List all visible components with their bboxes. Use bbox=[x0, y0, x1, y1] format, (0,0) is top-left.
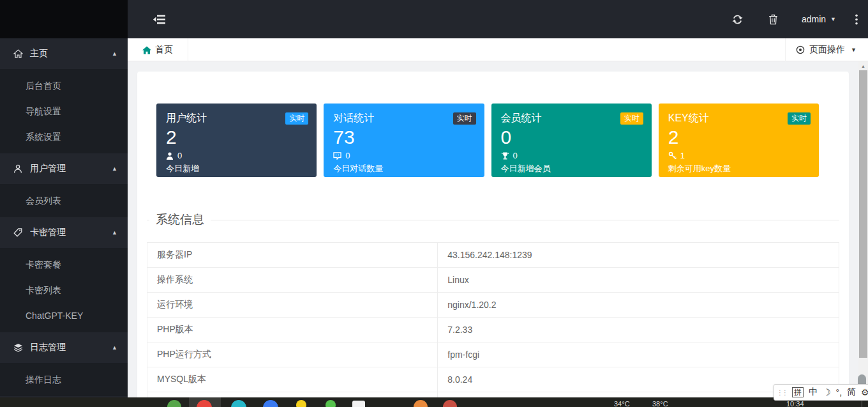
realtime-badge: 实时 bbox=[788, 112, 811, 125]
table-row: 运行环境nginx/1.20.2 bbox=[147, 293, 839, 318]
sidebar-section-logs[interactable]: 日志管理 ▲ bbox=[0, 332, 128, 363]
sidebar-item-system-settings[interactable]: 系统设置 bbox=[0, 124, 128, 150]
caret-up-icon: ▲ bbox=[112, 50, 117, 57]
sidebar-section-users[interactable]: 用户管理 ▲ bbox=[0, 153, 128, 184]
sidebar-section-home[interactable]: 主页 ▲ bbox=[0, 38, 128, 69]
sidebar-item-operation-log[interactable]: 操作日志 bbox=[0, 367, 128, 392]
sidebar-submenu-users: 会员列表 bbox=[0, 184, 128, 217]
content-area: 用户统计 实时 2 0 今日新增 对话统计 实时 73 0 bbox=[128, 61, 868, 407]
ime-pinyin-toggle[interactable]: 拼 bbox=[792, 387, 804, 397]
more-options-icon[interactable] bbox=[853, 14, 860, 25]
sidebar-item-chatgpt-key[interactable]: ChatGPT-KEY bbox=[0, 303, 128, 328]
main-area: 首页 页面操作 ▼ 用户统计 实时 2 0 今日新增 bbox=[128, 38, 868, 407]
user-icon bbox=[13, 164, 24, 173]
sidebar-item-card-list[interactable]: 卡密列表 bbox=[0, 277, 128, 303]
info-label: 服务器IP bbox=[147, 243, 438, 268]
stat-sub-value: 0 bbox=[345, 151, 350, 160]
table-row: PHP运行方式fpm-fcgi bbox=[147, 342, 839, 367]
stat-sub-value: 0 bbox=[513, 151, 518, 160]
layers-icon bbox=[13, 343, 24, 352]
scrollbar-thumb[interactable] bbox=[859, 70, 867, 358]
scrollbar[interactable]: ▲ ▼ bbox=[858, 61, 868, 397]
info-value: 43.156.242.148:1239 bbox=[438, 243, 839, 268]
stat-value: 73 bbox=[333, 126, 474, 149]
info-label: PHP运行方式 bbox=[147, 342, 438, 367]
stats-row: 用户统计 实时 2 0 今日新增 对话统计 实时 73 0 bbox=[156, 104, 819, 177]
sidebar: 主页 ▲ 后台首页 导航设置 系统设置 用户管理 ▲ 会员列表 卡密管理 ▲ 卡… bbox=[0, 38, 128, 407]
caret-up-icon: ▲ bbox=[112, 165, 117, 172]
caret-down-icon: ▼ bbox=[851, 47, 857, 53]
taskbar-app-icon[interactable] bbox=[443, 400, 457, 407]
stat-sub-value: 0 bbox=[177, 151, 182, 160]
info-label: 操作系统 bbox=[147, 268, 438, 293]
sidebar-item-member-list[interactable]: 会员列表 bbox=[0, 188, 128, 213]
taskbar-app-icon[interactable] bbox=[414, 400, 428, 407]
user-menu[interactable]: admin ▼ bbox=[802, 14, 836, 24]
taskbar-temperature-1: 34°C bbox=[614, 400, 630, 407]
sidebar-submenu-cards: 卡密套餐 卡密列表 ChatGPT-KEY bbox=[0, 248, 128, 332]
sidebar-section-cards[interactable]: 卡密管理 ▲ bbox=[0, 217, 128, 248]
ime-chinese-mode[interactable]: 中 bbox=[809, 387, 818, 398]
info-value: 7.2.33 bbox=[438, 318, 839, 342]
refresh-icon[interactable] bbox=[731, 14, 744, 25]
caret-down-icon: ▼ bbox=[830, 16, 836, 22]
taskbar-app-icon[interactable] bbox=[167, 400, 181, 407]
taskbar-app-icon[interactable] bbox=[352, 401, 365, 407]
taskbar-app-icon[interactable] bbox=[296, 400, 306, 407]
sidebar-section-label: 主页 bbox=[30, 48, 48, 59]
tag-icon bbox=[13, 228, 24, 237]
trophy-icon bbox=[501, 152, 509, 160]
tab-bar: 首页 页面操作 ▼ bbox=[128, 38, 868, 61]
table-row: 操作系统Linux bbox=[147, 268, 839, 293]
info-label: 运行环境 bbox=[147, 293, 438, 318]
scroll-up-arrow[interactable]: ▲ bbox=[858, 61, 868, 70]
realtime-badge: 实时 bbox=[620, 112, 643, 125]
stat-card-users[interactable]: 用户统计 实时 2 0 今日新增 bbox=[156, 104, 317, 177]
windows-taskbar: 34°C 38°C 10:34 bbox=[0, 397, 868, 407]
user-solid-icon bbox=[166, 152, 174, 160]
caret-up-icon: ▲ bbox=[112, 229, 117, 236]
sidebar-item-backend-home[interactable]: 后台首页 bbox=[0, 73, 128, 98]
trash-icon[interactable] bbox=[767, 14, 780, 25]
ime-drag-handle[interactable]: ⋮⋮ bbox=[777, 389, 787, 396]
stat-sub-label: 今日新增会员 bbox=[501, 163, 642, 174]
stat-card-keys[interactable]: KEY统计 实时 2 1 剩余可用key数量 bbox=[659, 104, 819, 177]
ime-halfmoon-icon[interactable]: ☽ bbox=[823, 387, 831, 397]
sidebar-section-label: 用户管理 bbox=[30, 163, 66, 174]
sidebar-item-nav-settings[interactable]: 导航设置 bbox=[0, 98, 128, 124]
stat-value: 0 bbox=[501, 126, 642, 149]
sidebar-section-label: 卡密管理 bbox=[30, 227, 66, 238]
system-info-table: 服务器IP43.156.242.148:1239 操作系统Linux 运行环境n… bbox=[147, 242, 839, 407]
tab-home[interactable]: 首页 bbox=[128, 38, 188, 61]
taskbar-app-icon[interactable] bbox=[263, 400, 278, 407]
page-actions-button[interactable]: 页面操作 ▼ bbox=[785, 38, 868, 61]
sidebar-item-card-packages[interactable]: 卡密套餐 bbox=[0, 252, 128, 277]
caret-up-icon: ▲ bbox=[112, 344, 117, 351]
info-value: nginx/1.20.2 bbox=[438, 293, 839, 318]
stat-sub-label: 剩余可用key数量 bbox=[668, 163, 809, 174]
section-title: 系统信息 bbox=[149, 211, 211, 228]
sidebar-submenu-home: 后台首页 导航设置 系统设置 bbox=[0, 69, 128, 153]
taskbar-clock[interactable]: 10:34 bbox=[786, 400, 804, 407]
stat-card-chats[interactable]: 对话统计 实时 73 0 今日对话数量 bbox=[324, 104, 484, 177]
stat-sub-label: 今日新增 bbox=[166, 163, 307, 174]
taskbar-app-icon[interactable] bbox=[231, 400, 246, 407]
navbar-right-cluster: admin ▼ bbox=[731, 14, 868, 25]
sidebar-section-label: 日志管理 bbox=[30, 342, 66, 353]
ime-punctuation-mode[interactable]: °, bbox=[836, 387, 842, 397]
system-info-section: 系统信息 bbox=[147, 211, 839, 228]
username: admin bbox=[802, 14, 826, 24]
home-solid-icon bbox=[142, 46, 151, 54]
tab-home-label: 首页 bbox=[155, 44, 173, 56]
gear-icon[interactable]: ⚙ bbox=[861, 387, 868, 397]
realtime-badge: 实时 bbox=[285, 112, 308, 125]
ime-simplified-mode[interactable]: 简 bbox=[847, 387, 856, 398]
home-icon bbox=[13, 49, 24, 58]
stat-value: 2 bbox=[166, 126, 307, 149]
stat-value: 2 bbox=[668, 126, 809, 149]
menu-fold-icon[interactable] bbox=[153, 15, 165, 24]
info-label: PHP版本 bbox=[147, 318, 438, 342]
stat-card-members[interactable]: 会员统计 实时 0 0 今日新增会员 bbox=[491, 104, 652, 177]
key-icon bbox=[668, 151, 677, 160]
taskbar-app-icon[interactable] bbox=[326, 400, 336, 407]
